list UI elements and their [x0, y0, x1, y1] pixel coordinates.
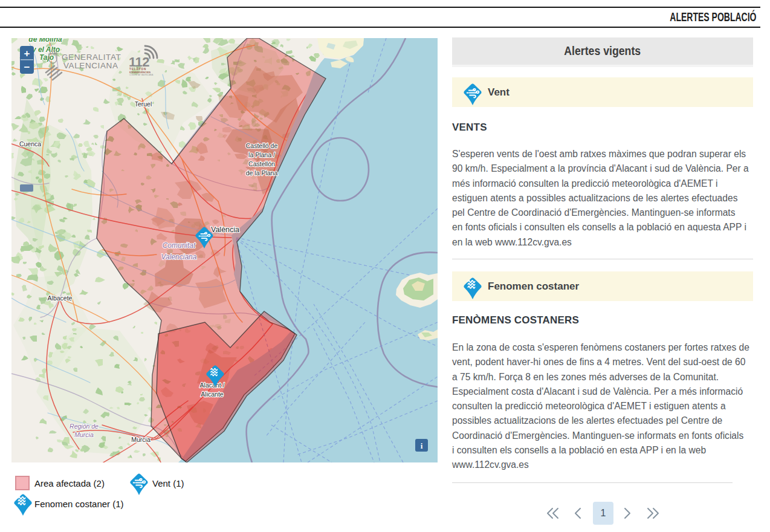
svg-text:Albacete: Albacete: [48, 294, 73, 302]
svg-text:Comunitat: Comunitat: [163, 241, 196, 250]
svg-text:VALENCIANA: VALENCIANA: [63, 61, 118, 70]
svg-text:COMUNITAT VALENCIANA: COMUNITAT VALENCIANA: [129, 74, 154, 76]
svg-text:Murcia: Murcia: [131, 436, 150, 443]
svg-text:Cuenca: Cuenca: [19, 140, 41, 148]
svg-text:Murcia: Murcia: [74, 431, 94, 438]
svg-text:de Molina: de Molina: [28, 38, 62, 44]
svg-text:Alacant /: Alacant /: [200, 381, 225, 389]
svg-text:la Plana /: la Plana /: [248, 151, 275, 158]
svg-text:Castelló de: Castelló de: [246, 142, 278, 149]
svg-text:Castellón: Castellón: [248, 160, 275, 167]
svg-text:de la Plana: de la Plana: [246, 169, 278, 177]
svg-text:+: +: [24, 48, 30, 59]
svg-text:Región de: Región de: [70, 423, 99, 430]
svg-text:y el Alto: y el Alto: [31, 45, 60, 54]
svg-text:Tajo: Tajo: [39, 53, 54, 62]
svg-text:i: i: [421, 441, 423, 450]
svg-text:Valenciana: Valenciana: [161, 253, 197, 261]
svg-text:−: −: [24, 62, 30, 73]
svg-text:València: València: [211, 225, 239, 234]
svg-text:Alicante: Alicante: [201, 391, 224, 398]
svg-text:Teruel: Teruel: [135, 100, 152, 108]
svg-text:TELÈFON: TELÈFON: [129, 66, 146, 71]
